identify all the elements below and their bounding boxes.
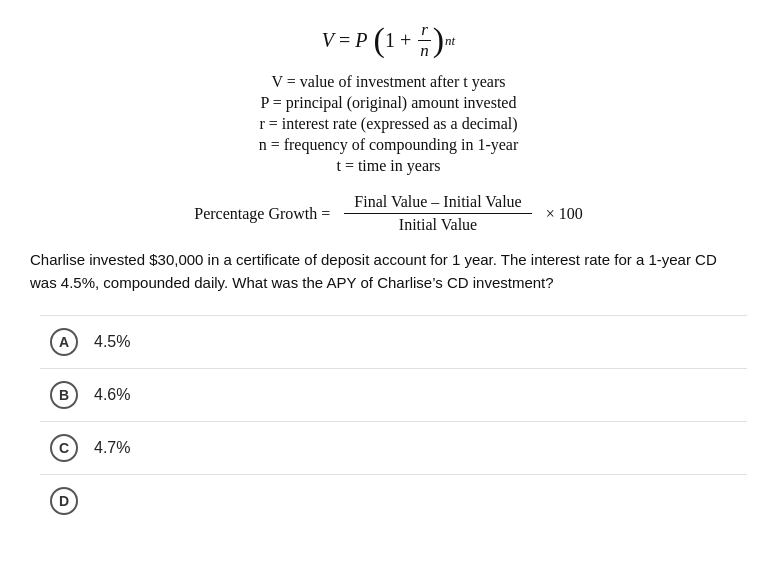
answer-options: A 4.5% B 4.6% C 4.7% D: [40, 315, 747, 527]
r-description: r = interest rate (expressed as a decima…: [30, 115, 747, 133]
growth-denominator: Initial Value: [389, 214, 487, 234]
n-description: n = frequency of compounding in 1-year: [30, 136, 747, 154]
option-b[interactable]: B 4.6%: [40, 369, 747, 422]
option-c[interactable]: C 4.7%: [40, 422, 747, 475]
option-b-circle: B: [50, 381, 78, 409]
option-a[interactable]: A 4.5%: [40, 315, 747, 369]
formula-section: V = P ( 1 + r n ) nt V = value of invest…: [30, 20, 747, 175]
main-formula: V = P ( 1 + r n ) nt: [30, 20, 747, 61]
v-label: V = value of investment after t years: [272, 73, 506, 90]
percentage-growth-label: Percentage Growth =: [194, 205, 330, 223]
option-d[interactable]: D: [40, 475, 747, 527]
option-c-value: 4.7%: [94, 439, 130, 457]
p-description: P = principal (original) amount invested: [30, 94, 747, 112]
problem-statement: Charlise invested $30,000 in a certifica…: [30, 251, 717, 291]
left-paren: (: [374, 25, 385, 56]
formula-one: 1 +: [385, 29, 416, 52]
n-label: n = frequency of compounding in 1-year: [259, 136, 519, 153]
option-c-circle: C: [50, 434, 78, 462]
v-description: V = value of investment after t years: [30, 73, 747, 91]
t-description: t = time in years: [30, 157, 747, 175]
growth-numerator: Final Value – Initial Value: [344, 193, 531, 214]
right-paren: ): [433, 25, 444, 56]
times-100: × 100: [546, 205, 583, 223]
fraction-denominator-n: n: [417, 41, 432, 61]
option-d-circle: D: [50, 487, 78, 515]
p-label: P = principal (original) amount invested: [261, 94, 517, 111]
exponent-nt: nt: [445, 33, 455, 49]
option-b-value: 4.6%: [94, 386, 130, 404]
fraction-numerator-r: r: [418, 20, 431, 41]
problem-text: Charlise invested $30,000 in a certifica…: [30, 248, 747, 295]
formula-v: V = P: [322, 29, 368, 52]
rn-fraction: r n: [417, 20, 432, 61]
option-a-value: 4.5%: [94, 333, 130, 351]
growth-fraction: Final Value – Initial Value Initial Valu…: [344, 193, 531, 234]
r-label: r = interest rate (expressed as a decima…: [259, 115, 517, 132]
t-label: t = time in years: [336, 157, 440, 174]
option-a-circle: A: [50, 328, 78, 356]
percentage-growth-section: Percentage Growth = Final Value – Initia…: [30, 193, 747, 234]
